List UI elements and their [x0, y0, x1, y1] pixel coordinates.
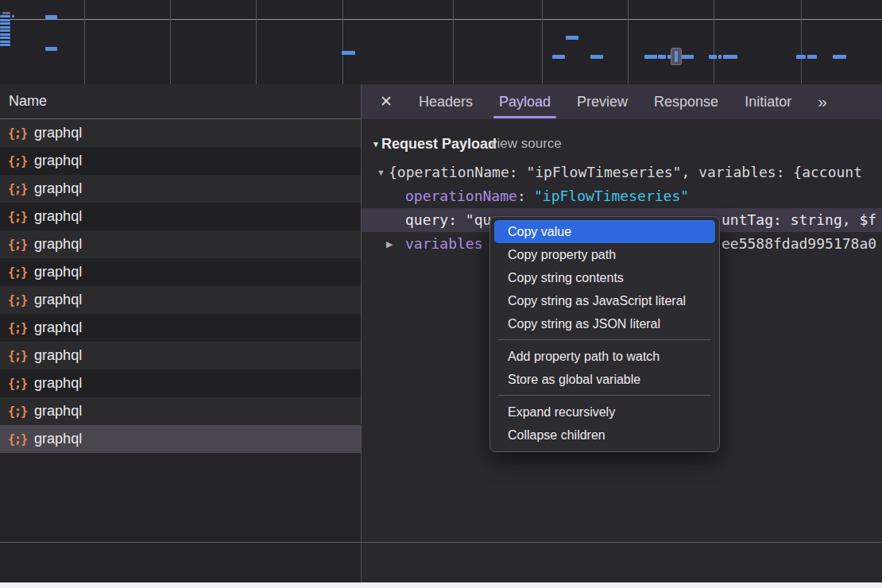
menu-item-copy-string-as-javascript-literal[interactable]: Copy string as JavaScript literal — [494, 289, 715, 312]
request-payload-section-header[interactable]: ▼ Request Payload view source — [362, 132, 882, 156]
details-tab-bar: ✕ HeadersPayloadPreviewResponseInitiator… — [362, 84, 882, 119]
request-name-label: graphql — [34, 431, 82, 447]
json-braces-icon: {;} — [8, 349, 27, 363]
json-braces-icon: {;} — [8, 377, 27, 391]
json-tree-row[interactable]: ▼{operationName: "ipFlowTimeseries", var… — [362, 161, 882, 184]
close-icon[interactable]: ✕ — [380, 84, 393, 119]
table-row[interactable]: {;}graphql — [0, 314, 361, 342]
request-name-label: graphql — [34, 403, 82, 420]
expander-arrow-icon[interactable]: ▼ — [377, 161, 385, 184]
request-timing-bar — [0, 15, 10, 17]
request-timing-bar — [12, 15, 14, 17]
json-tree-row[interactable]: operationName: "ipFlowTimeseries" — [362, 184, 882, 208]
name-column-header[interactable]: Name — [0, 84, 361, 119]
table-row[interactable]: {;}graphql — [0, 203, 361, 230]
json-string-text: "ipFlowTimeseries" — [534, 184, 689, 208]
timeline-gridline — [714, 0, 714, 84]
menu-item-copy-string-contents[interactable]: Copy string contents — [494, 266, 715, 289]
request-timing-bar — [796, 55, 806, 59]
json-braces-icon: {;} — [8, 321, 27, 335]
json-selected-text: query: "qu — [405, 208, 491, 232]
request-timing-bar — [0, 29, 10, 32]
table-row[interactable]: {;}graphql — [0, 342, 361, 369]
timeline-gridline — [84, 0, 85, 84]
menu-separator — [498, 395, 711, 396]
request-timing-bar — [718, 55, 721, 59]
network-overview-timeline[interactable] — [0, 0, 882, 84]
request-timing-bar — [0, 37, 10, 39]
request-timing-bar — [807, 55, 817, 59]
tab-initiator[interactable]: Initiator — [745, 84, 791, 119]
request-timing-bar — [833, 55, 846, 59]
timeline-baseline — [0, 19, 882, 20]
request-timing-bar — [0, 44, 10, 46]
status-bar-separator — [0, 542, 882, 543]
timeline-gridline — [801, 0, 802, 84]
request-name-label: graphql — [34, 292, 82, 308]
json-key-text: variables — [405, 232, 483, 256]
tab-response[interactable]: Response — [654, 84, 718, 119]
table-row[interactable]: {;}graphql — [0, 286, 361, 314]
request-timing-bar — [0, 41, 10, 43]
json-braces-icon: {;} — [8, 432, 27, 447]
menu-item-copy-string-as-json-literal[interactable]: Copy string as JSON literal — [494, 312, 715, 335]
request-name-label: graphql — [34, 236, 82, 253]
view-source-link[interactable]: view source — [490, 132, 562, 156]
timeline-gridline — [256, 0, 257, 84]
request-timing-bar — [342, 51, 355, 55]
json-braces-icon: {;} — [8, 126, 27, 141]
table-row[interactable]: {;}graphql — [0, 230, 361, 258]
timeline-gridline — [542, 0, 543, 84]
request-timing-bar — [0, 19, 10, 21]
timeline-marker-bar — [675, 51, 678, 62]
timeline-gridline — [453, 0, 454, 84]
json-braces-icon: {;} — [8, 210, 27, 224]
menu-item-expand-recursively[interactable]: Expand recursively — [494, 400, 715, 424]
request-name-label: graphql — [34, 375, 82, 392]
tab-preview[interactable]: Preview — [577, 84, 628, 119]
table-row[interactable]: {;}graphql — [0, 369, 361, 397]
timeline-gridline — [342, 0, 343, 84]
table-row[interactable]: {;}graphql — [0, 397, 361, 425]
json-braces-icon: {;} — [8, 182, 27, 196]
menu-item-add-property-path-to-watch[interactable]: Add property path to watch — [494, 345, 715, 368]
timeline-hover-marker[interactable] — [671, 48, 682, 65]
request-name-label: graphql — [34, 125, 82, 141]
devtools-network-panel: Name {;}graphql{;}graphql{;}graphql{;}gr… — [0, 0, 882, 588]
request-name-label: graphql — [34, 180, 82, 197]
request-timing-bar — [45, 47, 57, 51]
request-timing-bar — [681, 55, 694, 59]
request-timing-bar — [723, 55, 737, 59]
menu-item-copy-property-path[interactable]: Copy property path — [494, 243, 715, 266]
request-timing-bar — [552, 55, 565, 59]
tab-headers[interactable]: Headers — [419, 84, 473, 119]
context-menu: Copy valueCopy property pathCopy string … — [489, 216, 720, 452]
json-braces-icon: {;} — [8, 293, 27, 308]
request-name-label: graphql — [34, 153, 82, 169]
table-row[interactable]: {;}graphql — [0, 119, 361, 147]
json-braces-icon: {;} — [8, 404, 27, 419]
request-timing-bar — [0, 26, 10, 29]
json-selected-text: untTag: string, $f — [721, 208, 876, 232]
more-tabs-icon[interactable]: » — [818, 92, 826, 111]
json-key-text: operationName — [405, 184, 517, 208]
menu-item-store-as-global-variable[interactable]: Store as global variable — [494, 368, 715, 391]
request-name-label: graphql — [34, 347, 82, 364]
timeline-gridline — [628, 0, 629, 84]
timeline-gridline — [170, 0, 171, 84]
menu-item-collapse-children[interactable]: Collapse children — [494, 424, 715, 447]
request-timing-bar — [566, 36, 578, 40]
table-row[interactable]: {;}graphql — [0, 258, 361, 286]
json-braces-icon: {;} — [8, 238, 27, 252]
collapse-caret-icon[interactable]: ▼ — [372, 140, 380, 149]
json-plain-text: ee5588fdad995178a0 — [721, 232, 876, 256]
table-row[interactable]: {;}graphql — [0, 147, 361, 175]
table-row[interactable]: {;}graphql — [0, 425, 361, 453]
request-timing-bar — [709, 55, 717, 59]
section-title: Request Payload — [381, 136, 497, 153]
table-row[interactable]: {;}graphql — [0, 175, 361, 203]
tab-payload[interactable]: Payload — [499, 84, 551, 119]
request-timing-bar — [644, 55, 657, 59]
menu-item-copy-value[interactable]: Copy value — [494, 220, 715, 243]
expander-arrow-icon[interactable]: ▶ — [386, 232, 393, 256]
